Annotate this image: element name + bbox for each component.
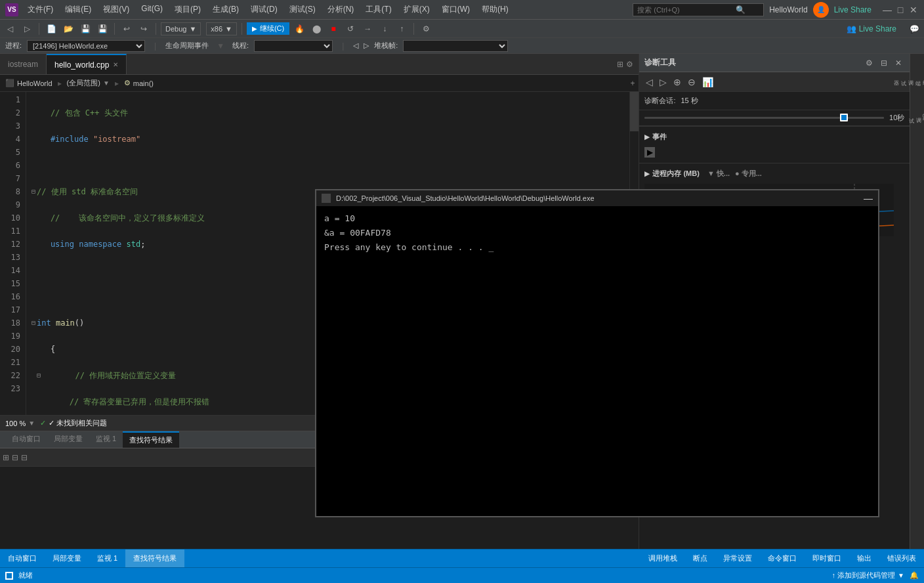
process-dropdown[interactable]: [21496] HelloWorld.exe — [27, 40, 145, 52]
feedback-button[interactable]: 💬 — [907, 22, 921, 36]
diagnostics-header: 诊断工具 ⚙ ⊟ ✕ — [639, 54, 910, 72]
tab-watch1[interactable]: 监视 1 — [89, 431, 123, 448]
forward-button[interactable]: ▷ — [20, 22, 34, 36]
menu-tools[interactable]: 工具(T) — [360, 1, 396, 18]
redo-button[interactable]: ↪ — [136, 22, 151, 36]
menu-help[interactable]: 帮助(H) — [476, 1, 514, 18]
new-vertical-tab-group[interactable]: ⊞ — [617, 60, 623, 69]
more-debug-button[interactable]: ⚙ — [419, 22, 433, 36]
menu-project[interactable]: 项目(P) — [169, 1, 206, 18]
global-search-box[interactable]: 🔍 — [633, 3, 764, 16]
profile-avatar[interactable]: 👤 — [813, 2, 829, 18]
platform-dropdown[interactable]: x86▼ — [206, 22, 237, 35]
tab-iostream[interactable]: iostream — [0, 54, 47, 74]
status-bar: 就绪 ↑ 添加到源代码管理 ▼ 🔔 — [0, 567, 924, 583]
global-search-input[interactable] — [637, 6, 736, 14]
save-all-button[interactable]: 💾 — [95, 22, 110, 36]
breakpoints-button[interactable]: ⬤ — [309, 22, 324, 36]
menu-edit[interactable]: 编辑(E) — [60, 1, 96, 18]
bottom-tab-auto-window[interactable]: 自动窗口 — [0, 550, 45, 567]
events-play-button[interactable]: ▶ — [644, 147, 655, 158]
zoom-level[interactable]: 100 % ▼ — [5, 420, 35, 427]
find-results-btn2[interactable]: ⊟ — [12, 453, 18, 462]
breadcrumb-function[interactable]: ⚙ main() — [119, 75, 159, 91]
save-button[interactable]: 💾 — [78, 22, 93, 36]
find-results-btn3[interactable]: ⊟ — [21, 453, 28, 462]
menu-build[interactable]: 生成(B) — [207, 1, 244, 18]
diag-dock-button[interactable]: ⊟ — [878, 57, 890, 69]
open-file-button[interactable]: 📂 — [61, 22, 75, 36]
diag-close-button[interactable]: ✕ — [892, 57, 904, 69]
bottom-tab-call-stack[interactable]: 调用堆栈 — [640, 550, 685, 567]
undo-button[interactable]: ↩ — [119, 22, 134, 36]
minimize-button[interactable]: — — [882, 5, 892, 15]
diag-play-button[interactable]: ▷ — [658, 76, 668, 89]
restore-button[interactable]: □ — [895, 5, 906, 15]
menu-window[interactable]: 窗口(W) — [436, 1, 475, 18]
bottom-tab-output[interactable]: 输出 — [849, 550, 879, 567]
bottom-tab-watch1[interactable]: 监视 1 — [89, 550, 125, 567]
stack-nav-right[interactable]: ▷ — [364, 41, 369, 50]
console-line-3: Press any key to continue . . . _ — [324, 240, 870, 255]
diag-zoom-in-button[interactable]: ⊕ — [672, 76, 682, 89]
close-button[interactable]: ✕ — [908, 5, 919, 15]
stop-button[interactable]: ■ — [326, 22, 341, 36]
bottom-tab-breakpoints[interactable]: 断点 — [685, 550, 715, 567]
timeline-section: 10秒 — [639, 110, 910, 126]
toolbar-live-share[interactable]: 👥 Live Share — [841, 23, 902, 35]
sidebar-activity-monitor[interactable]: 活动终端调试器 — [911, 56, 924, 96]
debug-config-dropdown[interactable]: Debug▼ — [161, 22, 201, 35]
sidebar-git[interactable]: Git调试 — [911, 97, 924, 137]
bottom-tab-exception-settings[interactable]: 异常设置 — [715, 550, 760, 567]
add-watch-btn[interactable]: + — [626, 79, 639, 88]
menu-view[interactable]: 视图(V) — [98, 1, 135, 18]
add-to-source-control[interactable]: ↑ 添加到源代码管理 ▼ — [832, 571, 904, 580]
timeline-track[interactable] — [644, 117, 884, 119]
back-button[interactable]: ◁ — [3, 22, 17, 36]
step-out-button[interactable]: ↑ — [394, 22, 409, 36]
menu-file[interactable]: 文件(F) — [22, 1, 58, 18]
breadcrumb-bar: ⬛ HelloWorld ▸ (全局范围) ▼ ▸ ⚙ main() + — [0, 75, 639, 92]
toolbar-sep-4 — [242, 23, 242, 35]
restart-button[interactable]: ↺ — [343, 22, 358, 36]
split-editor[interactable]: ⚙ — [626, 60, 633, 69]
console-minimize-button[interactable]: — — [864, 193, 873, 204]
step-into-button[interactable]: ↓ — [377, 22, 392, 36]
bottom-tab-find-symbol[interactable]: 查找符号结果 — [125, 550, 184, 567]
menu-debug[interactable]: 调试(D) — [245, 1, 283, 18]
stack-dropdown[interactable] — [403, 40, 508, 52]
toolbar-sep-5 — [413, 23, 414, 35]
menu-git[interactable]: Git(G) — [136, 1, 168, 18]
bottom-tab-command-window[interactable]: 命令窗口 — [760, 550, 805, 567]
diag-zoom-out-button[interactable]: ⊖ — [686, 76, 697, 89]
thread-dropdown[interactable] — [254, 40, 333, 52]
tab-local-vars[interactable]: 局部变量 — [47, 431, 89, 448]
menu-extensions[interactable]: 扩展(X) — [398, 1, 435, 18]
live-share-button[interactable]: Live Share — [834, 5, 872, 14]
memory-option1[interactable]: ▼ 快... — [707, 169, 730, 179]
bottom-tab-immediate-window[interactable]: 即时窗口 — [805, 550, 849, 567]
diag-settings-button[interactable]: ⚙ — [863, 57, 875, 69]
diag-chart-button[interactable]: 📊 — [701, 76, 715, 89]
menu-bar: 文件(F) 编辑(E) 视图(V) Git(G) 项目(P) 生成(B) 调试(… — [22, 1, 627, 18]
notification-bell[interactable]: 🔔 — [910, 571, 919, 580]
close-tab-hello-world[interactable]: ✕ — [113, 61, 118, 68]
stack-nav-left[interactable]: ◁ — [353, 41, 358, 50]
step-over-button[interactable]: → — [360, 22, 375, 36]
breadcrumb-project[interactable]: ⬛ HelloWorld — [0, 75, 58, 91]
menu-test[interactable]: 测试(S) — [284, 1, 321, 18]
tab-hello-world-cpp[interactable]: hello_world.cpp ✕ — [47, 54, 127, 74]
tab-find-symbol-results[interactable]: 查找符号结果 — [123, 431, 179, 448]
hot-reload-button[interactable]: 🔥 — [292, 22, 306, 36]
bottom-tab-local-vars[interactable]: 局部变量 — [45, 550, 89, 567]
timeline-thumb[interactable] — [840, 114, 848, 121]
diag-back-button[interactable]: ◁ — [644, 76, 654, 89]
console-output: a = 10 &a = 00FAFD78 Press any key to co… — [316, 206, 878, 516]
new-file-button[interactable]: 📄 — [44, 22, 58, 36]
bottom-tab-error-list[interactable]: 错误列表 — [879, 550, 924, 567]
menu-analyze[interactable]: 分析(N) — [322, 1, 360, 18]
breadcrumb-scope[interactable]: (全局范围) ▼ — [62, 75, 115, 91]
find-results-btn1[interactable]: ⊞ — [3, 453, 9, 462]
continue-button[interactable]: ▶ 继续(C) — [247, 22, 289, 35]
tab-auto-window[interactable]: 自动窗口 — [5, 431, 47, 448]
